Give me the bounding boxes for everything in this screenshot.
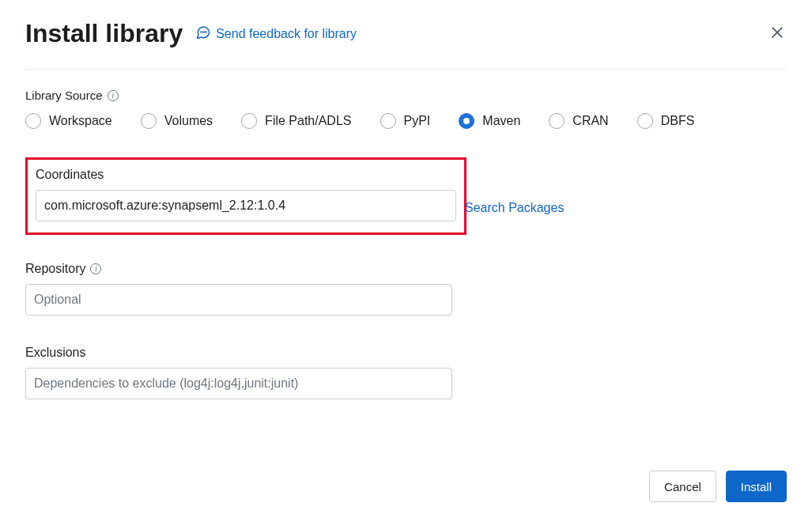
exclusions-input[interactable]	[25, 368, 452, 399]
svg-point-1	[203, 32, 204, 32]
radio-button-icon	[549, 113, 565, 129]
radio-volumes[interactable]: Volumes	[141, 113, 213, 129]
dialog-footer: Cancel Install	[649, 471, 787, 502]
radio-button-icon	[459, 113, 474, 129]
exclusions-field-group: Exclusions	[25, 346, 452, 399]
radio-cran[interactable]: CRAN	[549, 113, 608, 129]
radio-button-icon	[141, 113, 157, 129]
close-icon	[769, 25, 785, 43]
radio-pypi[interactable]: PyPI	[380, 113, 431, 129]
radio-button-icon	[241, 113, 257, 129]
radio-file-path-adls[interactable]: File Path/ADLS	[241, 113, 351, 129]
radio-dbfs[interactable]: DBFS	[637, 113, 695, 129]
install-button[interactable]: Install	[726, 471, 787, 502]
repository-label: Repository i	[25, 262, 452, 276]
radio-maven[interactable]: Maven	[459, 113, 520, 129]
coordinates-input[interactable]	[36, 190, 456, 221]
svg-point-2	[206, 32, 206, 32]
close-button[interactable]	[768, 24, 787, 43]
feedback-link-label: Send feedback for library	[216, 27, 357, 41]
radio-workspace[interactable]: Workspace	[25, 113, 112, 129]
info-icon[interactable]: i	[90, 263, 101, 274]
coordinates-highlight-box: Coordinates	[25, 157, 466, 235]
radio-button-icon	[25, 113, 41, 129]
dialog-title: Install library	[25, 19, 183, 48]
cancel-button[interactable]: Cancel	[649, 471, 716, 502]
library-source-radio-group: Workspace Volumes File Path/ADLS PyPI Ma…	[25, 113, 787, 129]
library-source-label: Library Source i	[25, 89, 787, 102]
repository-field-group: Repository i	[25, 262, 452, 316]
install-library-dialog: Install library Send feedback for librar…	[0, 0, 812, 518]
search-packages-link[interactable]: Search Packages	[465, 201, 564, 215]
chat-bubble-icon	[195, 25, 211, 43]
send-feedback-link[interactable]: Send feedback for library	[195, 25, 357, 43]
header-divider	[25, 69, 787, 70]
info-icon[interactable]: i	[108, 90, 119, 101]
exclusions-label: Exclusions	[25, 346, 452, 360]
dialog-header: Install library Send feedback for librar…	[25, 19, 787, 48]
svg-point-0	[201, 32, 202, 32]
radio-button-icon	[637, 113, 653, 129]
radio-button-icon	[380, 113, 396, 129]
repository-input[interactable]	[25, 284, 452, 316]
coordinates-label: Coordinates	[36, 168, 456, 182]
